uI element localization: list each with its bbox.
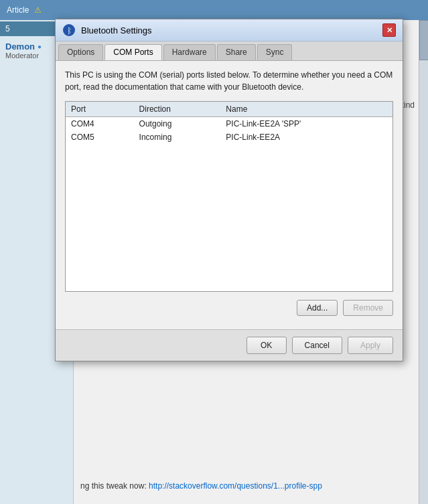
- table-empty-area: [66, 144, 393, 291]
- port-table: Port Direction Name COM4 Outgoing PIC-Li…: [66, 102, 393, 291]
- close-button[interactable]: ✕: [382, 23, 396, 37]
- col-port: Port: [66, 102, 134, 117]
- apply-button[interactable]: Apply: [348, 337, 393, 354]
- tab-com-ports[interactable]: COM Ports: [104, 44, 161, 60]
- dialog-title: Bluetooth Settings: [81, 25, 152, 35]
- ok-button[interactable]: OK: [246, 337, 287, 354]
- cell-direction-1: Incoming: [134, 131, 221, 144]
- cell-port-1: COM5: [66, 131, 134, 144]
- tab-share[interactable]: Share: [217, 44, 256, 60]
- col-name: Name: [220, 102, 393, 117]
- dialog-description: This PC is using the COM (serial) ports …: [65, 69, 393, 93]
- tab-bar: Options COM Ports Hardware Share Sync: [56, 41, 403, 61]
- header-tab-label: Article: [7, 5, 29, 15]
- scrollbar-thumb[interactable]: [419, 20, 428, 60]
- stackoverflow-link[interactable]: http://stackoverflow.com/questions/1...p…: [149, 481, 322, 491]
- svg-text:ᛒ: ᛒ: [67, 26, 72, 35]
- sidebar-username: Demon: [5, 41, 35, 52]
- table-header-row: Port Direction Name: [66, 102, 393, 117]
- scrollbar[interactable]: [419, 20, 428, 504]
- dialog-titlebar: ᛒ Bluetooth Settings ✕: [56, 19, 403, 41]
- footer-link: ng this tweak now: http://stackoverflow.…: [74, 481, 428, 491]
- dialog-body: This PC is using the COM (serial) ports …: [56, 61, 403, 329]
- bluetooth-icon: ᛒ: [62, 23, 76, 37]
- cell-direction-0: Outgoing: [134, 117, 221, 131]
- dialog-footer: OK Cancel Apply: [56, 329, 403, 361]
- tab-sync[interactable]: Sync: [257, 44, 293, 60]
- remove-button[interactable]: Remove: [343, 300, 393, 316]
- port-table-container: Port Direction Name COM4 Outgoing PIC-Li…: [65, 101, 393, 292]
- titlebar-left: ᛒ Bluetooth Settings: [62, 23, 152, 37]
- bluetooth-settings-dialog: ᛒ Bluetooth Settings ✕ Options COM Ports…: [55, 19, 403, 361]
- user-dot-icon: ●: [38, 43, 42, 50]
- cancel-button[interactable]: Cancel: [292, 337, 342, 354]
- forum-header: Article ⚠: [0, 0, 428, 20]
- cell-port-0: COM4: [66, 117, 134, 131]
- cell-name-1: PIC-Link-EE2A: [220, 131, 393, 144]
- tab-options[interactable]: Options: [58, 44, 103, 60]
- table-row[interactable]: COM4 Outgoing PIC-Link-EE2A 'SPP': [66, 117, 393, 131]
- col-direction: Direction: [134, 102, 221, 117]
- add-button[interactable]: Add...: [297, 300, 338, 316]
- cell-name-0: PIC-Link-EE2A 'SPP': [220, 117, 393, 131]
- tab-hardware[interactable]: Hardware: [163, 44, 216, 60]
- table-row[interactable]: COM5 Incoming PIC-Link-EE2A: [66, 131, 393, 144]
- port-action-buttons: Add... Remove: [65, 300, 393, 316]
